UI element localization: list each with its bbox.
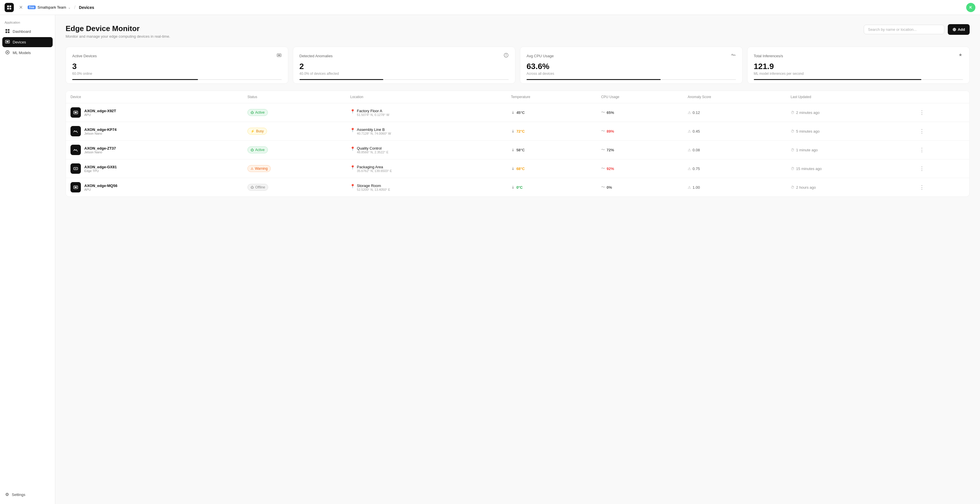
app-logo[interactable]	[5, 3, 14, 12]
temp-cell-AXON_edge-GX81: 🌡 68°C	[511, 166, 592, 171]
temp-cell-AXON_edge-X92T: 🌡 45°C	[511, 110, 592, 115]
status-icon-AXON_edge-GX81: ⚠	[251, 167, 253, 170]
page-header-left: Edge Device Monitor Monitor and manage y…	[65, 24, 170, 38]
anomalies-icon	[504, 52, 509, 59]
team-name: Smallspark Team	[37, 5, 66, 10]
table-row: AXON_edge-X92T APU ⏻ Active 📍 Factory Fl…	[66, 103, 969, 122]
team-selector[interactable]: free Smallspark Team ⌄	[28, 5, 71, 10]
col-last-updated: Last Updated	[786, 91, 913, 103]
ml-models-label: ML Models	[13, 51, 31, 55]
svg-rect-4	[5, 29, 7, 31]
device-cell-AXON_edge-ZT37: AXON_edge-ZT37 Jetson Nano	[70, 145, 238, 155]
stat-card-active-devices-value: 3	[72, 62, 282, 71]
cpu-value-AXON_edge-GX81: 92%	[606, 167, 614, 171]
svg-rect-3	[10, 8, 11, 10]
location-name-AXON_edge-ZT37: Quality Control	[357, 146, 388, 151]
page-main-title: Edge Device Monitor	[65, 24, 170, 33]
stat-card-cpu: Avg CPU Usage 63.6% Across all devices	[520, 47, 743, 84]
location-coords-AXON_edge-GX81: 35.6762° N, 139.6503° E	[357, 169, 392, 173]
stat-card-inferences: Total Inferences/s 121.9 ML model infere…	[747, 47, 970, 84]
last-updated-AXON_edge-KP74: ⏱ 5 minutes ago	[791, 129, 908, 134]
more-button-AXON_edge-ZT37[interactable]: ⋮	[918, 146, 926, 154]
location-cell-AXON_edge-MQ56: 📍 Storage Room 52.5200° N, 13.4050° E	[350, 184, 501, 191]
user-avatar[interactable]: K	[966, 3, 975, 12]
cpu-wave-icon: 〜	[601, 147, 605, 153]
table-row: AXON_edge-KP74 Jetson Nano ⚡ Busy 📍 Asse…	[66, 122, 969, 141]
device-icon-AXON_edge-KP74	[70, 126, 81, 136]
table-row: AXON_edge-ZT37 Jetson Nano ⏻ Active 📍 Qu…	[66, 141, 969, 159]
last-updated-text-AXON_edge-GX81: 15 minutes ago	[796, 167, 822, 171]
page-header: Edge Device Monitor Monitor and manage y…	[65, 24, 970, 38]
location-pin-icon: 📍	[350, 128, 355, 132]
col-actions	[913, 91, 969, 103]
device-name-AXON_edge-X92T: AXON_edge-X92T	[84, 109, 116, 113]
last-updated-text-AXON_edge-X92T: 2 minutes ago	[796, 110, 820, 115]
last-updated-text-AXON_edge-MQ56: 2 hours ago	[796, 185, 816, 189]
anomaly-value-AXON_edge-GX81: 0.75	[692, 167, 700, 171]
status-badge-AXON_edge-X92T: ⏻ Active	[247, 109, 268, 116]
device-icon-AXON_edge-MQ56	[70, 182, 81, 192]
thermometer-icon: 🌡	[511, 166, 515, 171]
col-location: Location	[345, 91, 506, 103]
device-cell-AXON_edge-MQ56: AXON_edge-MQ56 APU	[70, 182, 238, 192]
more-button-AXON_edge-KP74[interactable]: ⋮	[918, 127, 926, 135]
anomaly-icon: ⚠	[688, 185, 691, 189]
stat-card-active-devices: Active Devices 3 60.0% online	[65, 47, 288, 84]
location-name-AXON_edge-KP74: Assembly Line B	[357, 127, 391, 132]
device-name-AXON_edge-MQ56: AXON_edge-MQ56	[84, 184, 118, 188]
device-icon-AXON_edge-X92T	[70, 107, 81, 118]
sidebar-item-dashboard[interactable]: Dashboard	[2, 27, 52, 37]
breadcrumb-separator: /	[74, 5, 75, 10]
devices-table-container: Device Status Location Temperature CPU U…	[65, 91, 970, 197]
col-cpu: CPU Usage	[597, 91, 683, 103]
anomaly-icon: ⚠	[688, 129, 691, 134]
cpu-icon	[731, 52, 736, 59]
last-updated-AXON_edge-ZT37: ⏱ 1 minute ago	[791, 148, 908, 152]
settings-item[interactable]: ⚙ Settings	[2, 490, 52, 499]
close-button[interactable]: ✕	[17, 4, 24, 11]
more-button-AXON_edge-GX81[interactable]: ⋮	[918, 164, 926, 173]
anomaly-cell-AXON_edge-GX81: ⚠ 0.75	[688, 167, 781, 171]
device-type-AXON_edge-KP74: Jetson Nano	[84, 132, 116, 135]
location-name-AXON_edge-GX81: Packaging Area	[357, 165, 392, 169]
col-anomaly: Anomaly Score	[683, 91, 786, 103]
add-button[interactable]: ⊕ Add	[948, 24, 970, 35]
sidebar-item-devices[interactable]: Devices	[2, 37, 52, 47]
stat-card-cpu-sub: Across all devices	[527, 72, 736, 76]
cpu-wave-icon: 〜	[601, 185, 605, 190]
devices-icon	[5, 40, 10, 45]
more-button-AXON_edge-MQ56[interactable]: ⋮	[918, 183, 926, 192]
temp-cell-AXON_edge-ZT37: 🌡 58°C	[511, 148, 592, 152]
location-cell-AXON_edge-GX81: 📍 Packaging Area 35.6762° N, 139.6503° E	[350, 165, 501, 173]
status-badge-AXON_edge-MQ56: ⏻ Offline	[247, 184, 268, 191]
clock-icon: ⏱	[791, 148, 794, 152]
svg-rect-17	[75, 112, 77, 113]
cpu-wave-icon: 〜	[601, 110, 605, 115]
add-label: Add	[958, 27, 965, 32]
cpu-value-AXON_edge-ZT37: 72%	[606, 148, 614, 152]
cpu-wave-icon: 〜	[601, 129, 605, 134]
clock-icon: ⏱	[791, 129, 794, 134]
stat-card-inferences-title: Total Inferences/s	[754, 54, 783, 58]
svg-rect-9	[6, 41, 9, 42]
device-cell-AXON_edge-GX81: AXON_edge-GX81 Edge TPU	[70, 164, 238, 174]
inferences-icon	[958, 52, 963, 59]
page-subtitle: Monitor and manage your edge computing d…	[65, 34, 170, 38]
search-input[interactable]	[864, 25, 944, 34]
sidebar-item-ml-models[interactable]: ML Models	[2, 48, 52, 58]
svg-rect-0	[7, 5, 9, 7]
status-badge-AXON_edge-GX81: ⚠ Warning	[247, 165, 271, 172]
status-badge-AXON_edge-KP74: ⚡ Busy	[247, 128, 267, 135]
anomaly-cell-AXON_edge-MQ56: ⚠ 1.00	[688, 185, 781, 189]
anomaly-value-AXON_edge-X92T: 0.12	[692, 110, 700, 115]
page-title: Devices	[79, 5, 94, 10]
dashboard-icon	[5, 29, 10, 34]
more-button-AXON_edge-X92T[interactable]: ⋮	[918, 108, 926, 117]
table-row: AXON_edge-MQ56 APU ⏻ Offline 📍 Storage R…	[66, 178, 969, 197]
location-coords-AXON_edge-KP74: 40.7128° N, 74.0060° W	[357, 132, 391, 135]
cpu-cell-AXON_edge-X92T: 〜 65%	[601, 110, 678, 115]
topbar: ✕ free Smallspark Team ⌄ / Devices K	[0, 0, 980, 15]
device-cell-AXON_edge-KP74: AXON_edge-KP74 Jetson Nano	[70, 126, 238, 136]
stat-card-anomalies-sub: 40.0% of devices affected	[299, 72, 509, 76]
location-pin-icon: 📍	[350, 146, 355, 151]
